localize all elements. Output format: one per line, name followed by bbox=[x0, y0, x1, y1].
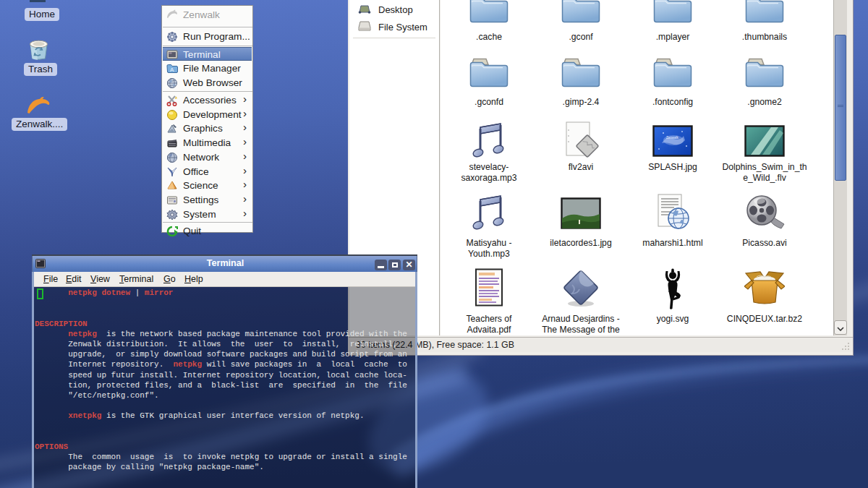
svg-text:A: A bbox=[170, 67, 174, 73]
svg-text:Zenwalk: Zenwalk bbox=[666, 136, 679, 140]
